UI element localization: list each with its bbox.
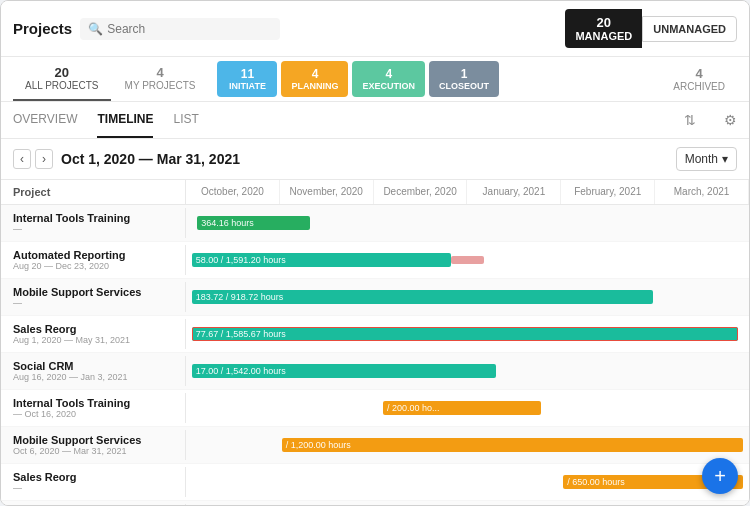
nav-arrows: ‹ › [13,149,53,169]
gantt-bar[interactable]: 364.16 hours [197,216,310,230]
sub-nav: OVERVIEW TIMELINE LIST ⇅ ⚙ [1,102,749,139]
month-dropdown[interactable]: Month ▾ [676,147,737,171]
row-label: Social CRM — [1,504,186,505]
project-name: Internal Tools Training [13,212,173,224]
planning-count: 4 [312,67,319,81]
gear-icon[interactable]: ⚙ [724,112,737,128]
gantt-bar-outline [192,327,738,341]
managed-count: 20 [575,15,632,30]
month-col-1: November, 2020 [280,180,374,204]
app-title: Projects [13,20,72,37]
table-row: Social CRM — / 400.00 hours [1,501,749,505]
project-date: Aug 1, 2020 — May 31, 2021 [13,335,173,345]
phase-tabs: 11 INITIATE 4 PLANNING 4 EXECUTION 1 CLO… [217,61,499,97]
execution-label: EXECUTION [362,81,415,91]
project-date: — [13,298,173,308]
month-col-4: February, 2021 [561,180,655,204]
execution-count: 4 [385,67,392,81]
gantt-rows: Internal Tools Training — 364.16 hours A… [1,205,749,505]
my-projects-label: MY PROJECTS [125,80,196,91]
app-container: Projects 🔍 20 MANAGED UNMANAGED 20 ALL P… [0,0,750,506]
search-box[interactable]: 🔍 [80,18,280,40]
month-col-3: January, 2021 [467,180,561,204]
tab-bar: 20 ALL PROJECTS 4 MY PROJECTS 11 INITIAT… [1,57,749,102]
project-date: Aug 16, 2020 — Jan 3, 2021 [13,372,173,382]
gantt-bar[interactable]: / 200.00 ho... [383,401,541,415]
row-label: Mobile Support Services — [1,282,186,312]
project-name: Sales Reorg [13,471,173,483]
tab-all-projects[interactable]: 20 ALL PROJECTS [13,57,111,101]
project-date: — [13,483,173,493]
fab-add-button[interactable]: + [702,458,738,494]
managed-button[interactable]: 20 MANAGED [565,9,642,48]
row-chart: 58.00 / 1,591.20 hours [186,242,749,278]
project-date: Oct 6, 2020 — Mar 31, 2021 [13,446,173,456]
table-row: Internal Tools Training — 364.16 hours [1,205,749,242]
table-row: Mobile Support Services — 183.72 / 918.7… [1,279,749,316]
project-name: Mobile Support Services [13,286,173,298]
row-chart: 183.72 / 918.72 hours [186,279,749,315]
project-name: Mobile Support Services [13,434,173,446]
prev-button[interactable]: ‹ [13,149,31,169]
my-projects-count: 4 [156,65,163,80]
row-chart: / 650.00 hours [186,464,749,500]
view-mode-label: Month [685,152,718,166]
initiate-label: INITIATE [229,81,266,91]
chevron-down-icon: ▾ [722,152,728,166]
sub-nav-list[interactable]: LIST [173,102,198,138]
initiate-count: 11 [241,67,254,81]
table-row: Sales Reorg — / 650.00 hours [1,464,749,501]
table-row: Automated Reporting Aug 20 — Dec 23, 202… [1,242,749,279]
row-label: Social CRM Aug 16, 2020 — Jan 3, 2021 [1,356,186,386]
next-button[interactable]: › [35,149,53,169]
project-name: Sales Reorg [13,323,173,335]
table-row: Sales Reorg Aug 1, 2020 — May 31, 2021 7… [1,316,749,353]
closeout-count: 1 [461,67,468,81]
gantt-bar[interactable]: 58.00 / 1,591.20 hours [192,253,451,267]
sort-icon[interactable]: ⇅ [684,112,696,128]
tab-closeout[interactable]: 1 CLOSEOUT [429,61,499,97]
tab-my-projects[interactable]: 4 MY PROJECTS [113,57,208,101]
closeout-label: CLOSEOUT [439,81,489,91]
gantt-bar[interactable]: 17.00 / 1,542.00 hours [192,364,496,378]
project-date: — Oct 16, 2020 [13,409,173,419]
gantt-bar-secondary [451,256,485,264]
project-name: Internal Tools Training [13,397,173,409]
month-col-0: October, 2020 [186,180,280,204]
row-chart: / 200.00 ho... [186,390,749,426]
sub-nav-timeline[interactable]: TIMELINE [97,102,153,138]
managed-label: MANAGED [575,30,632,42]
gantt-area: Project October, 2020 November, 2020 Dec… [1,180,749,505]
project-date: — [13,224,173,234]
month-col-5: March, 2021 [655,180,749,204]
search-icon: 🔍 [88,22,103,36]
tab-initiate[interactable]: 11 INITIATE [217,61,277,97]
gantt-bar[interactable]: / 1,200.00 hours [282,438,744,452]
timeline-header: ‹ › Oct 1, 2020 — Mar 31, 2021 Month ▾ [1,139,749,180]
tab-planning[interactable]: 4 PLANNING [281,61,348,97]
archived-count: 4 [696,66,703,81]
sub-nav-overview[interactable]: OVERVIEW [13,102,77,138]
unmanaged-label: UNMANAGED [653,23,726,35]
row-label: Automated Reporting Aug 20 — Dec 23, 202… [1,245,186,275]
archived-label: ARCHIVED [673,81,725,92]
header: Projects 🔍 20 MANAGED UNMANAGED [1,1,749,57]
unmanaged-button[interactable]: UNMANAGED [642,16,737,42]
tab-archived[interactable]: 4 ARCHIVED [661,58,737,100]
row-chart: 17.00 / 1,542.00 hours [186,353,749,389]
tab-execution[interactable]: 4 EXECUTION [352,61,425,97]
search-input[interactable] [107,22,272,36]
row-chart: / 400.00 hours [186,501,749,505]
row-chart: 364.16 hours [186,205,749,241]
all-projects-count: 20 [55,65,69,80]
row-label: Sales Reorg — [1,467,186,497]
gantt-bar[interactable]: 183.72 / 918.72 hours [192,290,654,304]
row-label: Sales Reorg Aug 1, 2020 — May 31, 2021 [1,319,186,349]
month-col-2: December, 2020 [374,180,468,204]
row-label: Mobile Support Services Oct 6, 2020 — Ma… [1,430,186,460]
row-label: Internal Tools Training — Oct 16, 2020 [1,393,186,423]
table-row: Mobile Support Services Oct 6, 2020 — Ma… [1,427,749,464]
project-column-header: Project [1,180,186,204]
planning-label: PLANNING [291,81,338,91]
table-row: Social CRM Aug 16, 2020 — Jan 3, 2021 17… [1,353,749,390]
